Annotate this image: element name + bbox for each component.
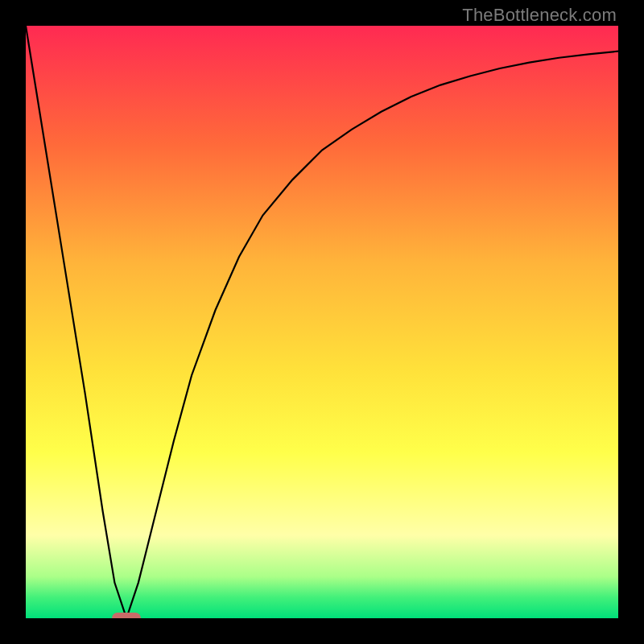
- bottleneck-curve: [26, 26, 618, 618]
- plot-area: [26, 26, 618, 618]
- watermark-text: TheBottleneck.com: [462, 5, 617, 26]
- chart-frame: TheBottleneck.com: [0, 0, 644, 644]
- curve-layer: [26, 26, 618, 618]
- optimal-marker: [112, 613, 141, 618]
